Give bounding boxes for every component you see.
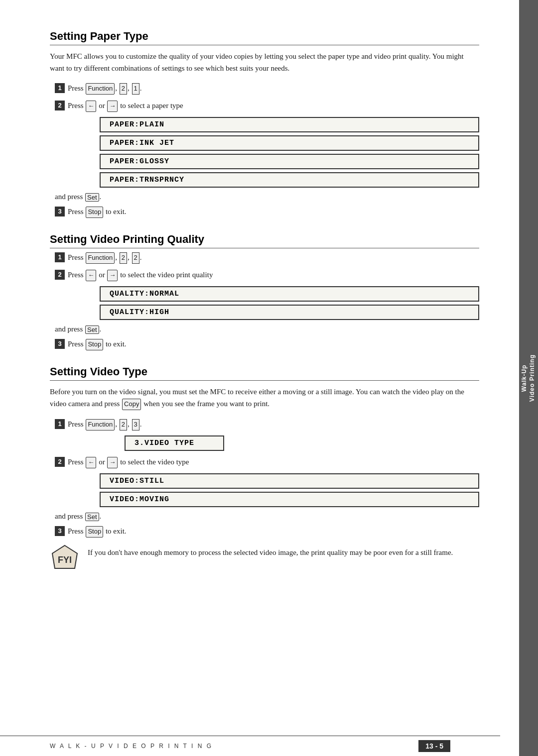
main-content: Setting Paper Type Your MFC allows you t… [0,0,519,756]
key-1: 1 [132,83,139,95]
and-press-set-vtype: and press Set. [55,512,479,521]
step-text-quality-1: Press Function, 2, 2. [68,251,142,264]
svg-text:FYI: FYI [58,554,72,564]
step-vtype-1: 1 Press Function, 2, 3. [55,418,479,431]
section-video-type: Setting Video Type Before you turn on th… [50,365,479,574]
lcd-paper-trnsprncy: PAPER:TRNSPRNCY [100,172,479,188]
key-set-quality: Set [85,325,99,334]
key-set-vtype: Set [85,513,99,521]
lcd-video-still: VIDEO:STILL [100,473,479,489]
key-2-q2: 2 [132,252,139,264]
section-title-paper-type: Setting Paper Type [50,30,479,45]
step-text-paper-1: Press Function, 2, 1. [68,82,142,95]
key-stop-quality: Stop [86,339,103,350]
step-text-vtype-2: Press ← or → to select the video type [68,456,189,468]
lcd-quality-normal: QUALITY:NORMAL [100,286,479,302]
note-text: If you don't have enough memory to proce… [88,546,453,558]
step-num-1: 1 [55,83,65,93]
lcd-paper-options: PAPER:PLAIN PAPER:INK JET PAPER:GLOSSY P… [100,117,479,188]
note-block: FYI If you don't have enough memory to p… [50,544,479,574]
step-num-3-paper: 3 [55,207,65,216]
page-number: 13 - 5 [418,740,450,752]
arrow-left-quality: ← [86,270,96,281]
key-stop-paper: Stop [86,207,103,218]
key-copy-inline: Copy [122,399,141,410]
and-press-set-quality: and press Set. [55,325,479,334]
arrow-right-vtype: → [107,457,118,468]
page-container: Setting Paper Type Your MFC allows you t… [0,0,538,756]
key-2-q: 2 [120,252,127,264]
arrow-right-paper: → [107,101,118,112]
lcd-3-video-type: 3.VIDEO TYPE [125,435,224,451]
and-press-set-paper: and press Set. [55,193,479,202]
key-function: Function [86,83,115,95]
step-text-quality-3: Press Stop to exit. [68,338,127,350]
key-stop-vtype: Stop [86,526,103,538]
lcd-paper-glossy: PAPER:GLOSSY [100,154,479,169]
lcd-quality-options: QUALITY:NORMAL QUALITY:HIGH [100,286,479,320]
fyi-icon: FYI [50,544,80,574]
step-paper-2: 2 Press ← or → to select a paper type [55,100,479,112]
key-function-vt: Function [86,419,115,431]
arrow-right-quality: → [107,270,118,281]
arrow-left-paper: ← [86,101,96,112]
arrow-left-vtype: ← [86,457,96,468]
step-text-quality-2: Press ← or → to select the video print q… [68,269,213,281]
footer-text: W A L K - U P V I D E O P R I N T I N G [50,743,213,750]
step-text-paper-3: Press Stop to exit. [68,206,127,218]
key-2: 2 [120,83,127,95]
lcd-quality-high: QUALITY:HIGH [100,305,479,320]
section-paper-type: Setting Paper Type Your MFC allows you t… [50,30,479,218]
step-paper-1: 1 Press Function, 2, 1. [55,82,479,95]
lcd-video-moving: VIDEO:MOVING [100,492,479,507]
step-quality-1: 1 Press Function, 2, 2. [55,251,479,264]
step-num-vt1: 1 [55,419,65,429]
step-num-q1: 1 [55,252,65,262]
step-num-q2: 2 [55,270,65,280]
lcd-paper-inkjet: PAPER:INK JET [100,135,479,151]
intro-text-video-type: Before you turn on the video signal, you… [50,386,479,410]
lcd-vtype-options: VIDEO:STILL VIDEO:MOVING [100,473,479,507]
step-quality-2: 2 Press ← or → to select the video print… [55,269,479,281]
section-title-video-type: Setting Video Type [50,365,479,381]
key-set-paper: Set [85,193,99,202]
lcd-video-type-single: 3.VIDEO TYPE [125,435,479,451]
intro-text-paper-type: Your MFC allows you to customize the qua… [50,50,479,74]
step-text-paper-2: Press ← or → to select a paper type [68,100,183,112]
section-video-quality: Setting Video Printing Quality 1 Press F… [50,233,479,350]
step-num-vt2: 2 [55,457,65,467]
key-3-vt: 3 [132,419,139,431]
step-paper-3: 3 Press Stop to exit. [55,206,479,218]
step-vtype-3: 3 Press Stop to exit. [55,525,479,538]
step-quality-3: 3 Press Stop to exit. [55,338,479,350]
key-2-vt: 2 [120,419,127,431]
step-num-q3: 3 [55,339,65,349]
step-text-vtype-3: Press Stop to exit. [68,525,127,538]
side-tab-text: Walk-Up Video Printing [521,354,536,402]
step-text-vtype-1: Press Function, 2, 3. [68,418,142,431]
bottom-bar: W A L K - U P V I D E O P R I N T I N G … [0,736,500,756]
step-num-vt3: 3 [55,526,65,536]
lcd-paper-plain: PAPER:PLAIN [100,117,479,132]
key-function-q: Function [86,252,115,264]
step-num-2: 2 [55,101,65,110]
step-vtype-2: 2 Press ← or → to select the video type [55,456,479,468]
side-tab: Walk-Up Video Printing [519,0,538,756]
section-title-video-quality: Setting Video Printing Quality [50,233,479,248]
